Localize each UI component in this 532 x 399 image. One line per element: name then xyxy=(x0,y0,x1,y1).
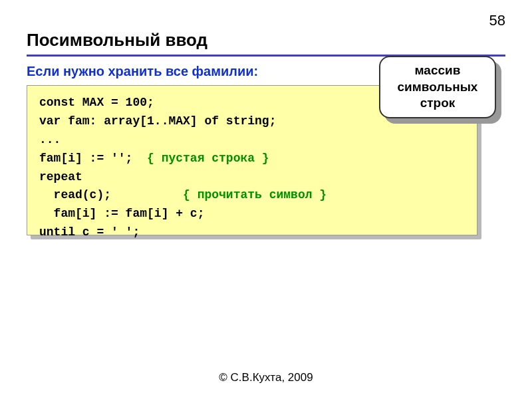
code-line: until c = ' '; xyxy=(39,225,140,239)
footer-copyright: © С.В.Кухта, 2009 xyxy=(0,371,532,384)
slide-title: Посимвольный ввод xyxy=(27,30,207,51)
subtitle: Если нужно хранить все фамилии: xyxy=(27,64,258,79)
code-line: ... xyxy=(39,133,61,146)
code-comment: { прочитать символ } xyxy=(183,188,327,201)
page-number: 58 xyxy=(489,12,505,29)
code-line: var fam: array[1..MAX] of string; xyxy=(39,114,276,128)
code-line: fam[i] := ''; xyxy=(39,152,147,165)
code-comment: { пустая строка } xyxy=(147,152,269,165)
code-line: const MAX = 100; xyxy=(39,96,154,109)
code-line: read(c); xyxy=(39,188,183,201)
callout-box: массив символьных строк xyxy=(379,56,496,118)
code-line: repeat xyxy=(39,170,82,184)
callout-text: массив символьных строк xyxy=(384,63,491,112)
code-line: fam[i] := fam[i] + c; xyxy=(39,207,204,220)
